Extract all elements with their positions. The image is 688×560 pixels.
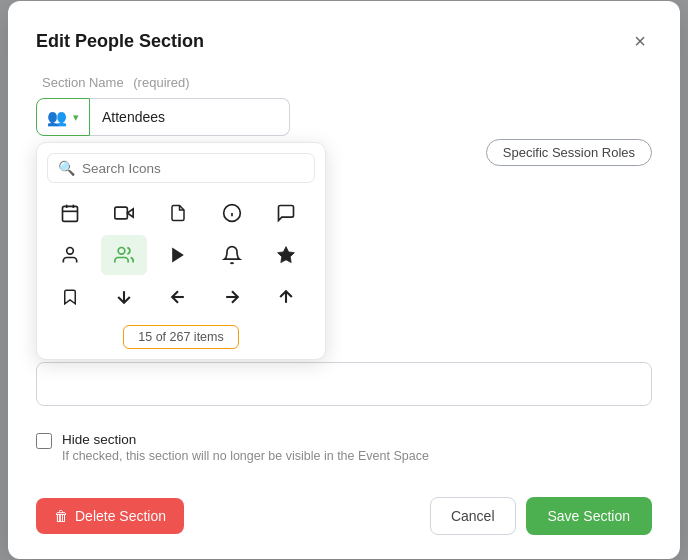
items-count-badge: 15 of 267 items [123, 325, 238, 349]
arrow-right-icon[interactable] [209, 277, 255, 317]
attendees-input-area[interactable] [36, 362, 652, 406]
search-icon: 🔍 [58, 160, 75, 176]
role-tabs-container: Specific Session Roles [486, 139, 652, 166]
specific-session-roles-tab[interactable]: Specific Session Roles [486, 139, 652, 166]
chat-icon[interactable] [263, 193, 309, 233]
icons-grid [47, 193, 315, 317]
star-icon[interactable] [263, 235, 309, 275]
svg-marker-4 [127, 209, 133, 217]
bookmark-icon[interactable] [47, 277, 93, 317]
svg-rect-0 [63, 206, 78, 221]
items-count-row: 15 of 267 items [47, 325, 315, 349]
section-name-input[interactable] [90, 98, 290, 136]
document-icon[interactable] [155, 193, 201, 233]
calendar-icon[interactable] [47, 193, 93, 233]
hide-section-checkbox[interactable] [36, 433, 52, 449]
modal-header: Edit People Section × [36, 29, 652, 53]
svg-point-10 [118, 248, 125, 255]
icon-selector-button[interactable]: 👥 ▾ [36, 98, 90, 136]
svg-marker-11 [172, 248, 184, 263]
hide-section-description: If checked, this section will no longer … [62, 449, 429, 463]
close-button[interactable]: × [628, 29, 652, 53]
play-icon[interactable] [155, 235, 201, 275]
delete-section-button[interactable]: 🗑 Delete Section [36, 498, 184, 534]
delete-button-label: Delete Section [75, 508, 166, 524]
svg-marker-12 [278, 247, 295, 263]
save-section-button[interactable]: Save Section [526, 497, 653, 535]
bell-icon[interactable] [209, 235, 255, 275]
info-icon[interactable] [209, 193, 255, 233]
hide-section-text: Hide section If checked, this section wi… [62, 432, 429, 463]
arrow-up-icon[interactable] [263, 277, 309, 317]
person-icon[interactable] [47, 235, 93, 275]
trash-icon: 🗑 [54, 508, 68, 524]
chevron-down-icon: ▾ [73, 111, 79, 124]
modal-title: Edit People Section [36, 31, 204, 52]
selected-icon: 👥 [47, 108, 67, 127]
footer-right: Cancel Save Section [430, 497, 652, 535]
modal-overlay: Edit People Section × Section Name (requ… [0, 0, 688, 560]
svg-rect-5 [115, 207, 128, 219]
icon-search-row: 🔍 [47, 153, 315, 183]
svg-point-9 [67, 248, 74, 255]
name-row: 👥 ▾ 🔍 [36, 98, 652, 136]
video-icon[interactable] [101, 193, 147, 233]
people-icon[interactable] [101, 235, 147, 275]
arrow-left-icon[interactable] [155, 277, 201, 317]
icon-dropdown: 🔍 [36, 142, 326, 360]
hide-section-label: Hide section [62, 432, 429, 447]
modal: Edit People Section × Section Name (requ… [8, 1, 680, 559]
section-name-label: Section Name (required) [36, 75, 652, 90]
modal-footer: 🗑 Delete Section Cancel Save Section [36, 493, 652, 535]
cancel-button[interactable]: Cancel [430, 497, 516, 535]
arrow-down-icon[interactable] [101, 277, 147, 317]
hide-section-row: Hide section If checked, this section wi… [36, 428, 652, 463]
icon-search-input[interactable] [82, 161, 304, 176]
